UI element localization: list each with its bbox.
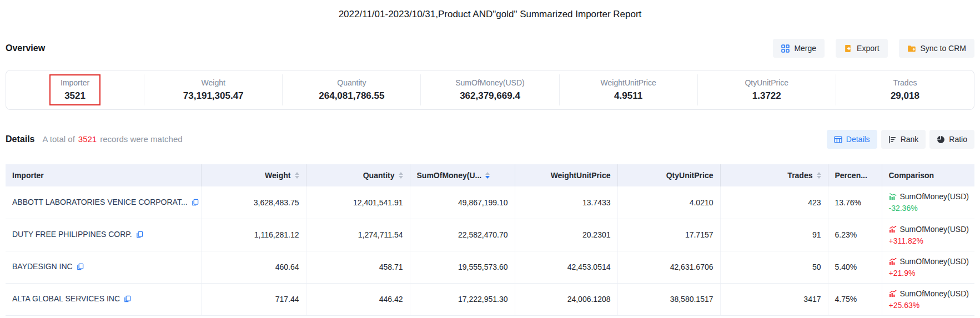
percent-cell: 13.76% [828,186,882,219]
stat-label: Trades [893,78,917,87]
sort-icon[interactable] [399,172,403,179]
stat-value: 29,018 [891,90,919,102]
table-header-row: Importer Weight Quantity SumOfMoney(U...… [6,164,974,186]
quantity-cell: 458.71 [306,251,410,283]
merge-icon [781,44,790,53]
table-row: ALTA GLOBAL SERVICES INC 717.44 446.42 1… [6,283,974,315]
sum-cell: 17,222,951.30 [410,283,515,315]
pie-chart-icon [937,135,945,144]
quantity-cell: 12,401,541.91 [306,186,410,219]
stat-weight: Weight 73,191,305.47 [144,74,283,105]
toolbar: Merge Export Sync to CRM [773,39,974,58]
importer-name-cell[interactable]: DUTY FREE PHILIPPINES CORP. [6,219,201,251]
trades-cell: 423 [720,186,828,219]
comparison-cell: SumOfMoney(USD) -32.36% [882,186,974,219]
quantity-cell: 446.42 [306,283,410,315]
column-header-importer: Importer [6,164,201,186]
weight-unit-price-cell: 13.7433 [515,186,617,219]
percent-cell: 5.40% [828,251,882,283]
percent-cell: 4.75% [828,283,882,315]
column-header-weight-unit-price: WeightUnitPrice [515,164,617,186]
qty-unit-price-cell: 17.7157 [617,219,720,251]
comparison-metric-label: SumOfMoney(USD) [900,289,969,298]
export-button-label: Export [857,44,879,53]
trend-down-chart-icon [889,193,897,200]
stat-label: Importer [61,78,89,87]
view-switch: Details Rank Ratio [827,130,974,149]
table-row: ABBOTT LABORATORIES VENICE CORPORAT... 3… [6,186,974,219]
sync-to-crm-button-label: Sync to CRM [921,44,966,53]
comparison-cell: SumOfMoney(USD) +25.63% [882,283,974,315]
stat-value: 3521 [64,90,86,102]
trend-up-chart-icon [889,258,897,265]
copy-icon[interactable] [124,295,131,304]
importer-name-cell[interactable]: ABBOTT LABORATORIES VENICE CORPORAT... [6,186,201,219]
column-header-trades[interactable]: Trades [720,164,828,186]
sort-icon[interactable] [295,172,299,179]
tab-ratio[interactable]: Ratio [929,130,974,149]
tab-details-label: Details [846,135,870,144]
stat-label: WeightUnitPrice [601,78,656,87]
tab-rank-label: Rank [901,135,919,144]
sort-icon[interactable] [817,172,821,179]
stat-label: Weight [202,78,225,87]
page-title: 2022/11/01-2023/10/31,Product AND"gold" … [0,0,980,21]
column-header-weight[interactable]: Weight [201,164,306,186]
stat-sum-of-money: SumOfMoney(USD) 362,379,669.4 [421,74,559,105]
column-header-percent: Percen... [828,164,882,186]
comparison-change-value: -32.36% [889,204,968,213]
copy-icon[interactable] [192,199,199,208]
merge-button[interactable]: Merge [773,39,825,58]
qty-unit-price-cell: 42,631.6706 [617,251,720,283]
tab-details[interactable]: Details [827,130,877,149]
copy-icon[interactable] [77,263,84,272]
sum-cell: 22,582,470.70 [410,219,515,251]
stat-label: QtyUnitPrice [745,78,788,87]
table-row: DUTY FREE PHILIPPINES CORP. 1,116,281.12… [6,219,974,251]
copy-icon[interactable] [136,231,143,240]
column-header-quantity[interactable]: Quantity [306,164,410,186]
match-text: A total of3521records were matched [42,134,182,144]
table-row: BAYDESIGN INC 460.64 458.71 19,555,573.6… [6,251,974,283]
export-button[interactable]: Export [836,39,887,58]
stat-weight-unit-price: WeightUnitPrice 4.9511 [560,74,698,105]
importer-highlight-box: Importer 3521 [49,74,100,105]
weight-cell: 460.64 [201,251,306,283]
stat-value: 1.3722 [752,90,781,102]
comparison-change-value: +311.82% [889,236,968,245]
importer-name-cell[interactable]: BAYDESIGN INC [6,251,201,283]
stat-value: 264,081,786.55 [319,90,384,102]
merge-button-label: Merge [794,44,816,53]
trades-cell: 3417 [720,283,828,315]
stat-value: 362,379,669.4 [460,90,520,102]
tab-rank[interactable]: Rank [881,130,926,149]
stat-label: Quantity [337,78,366,87]
sort-icon-active-desc[interactable] [485,172,490,179]
overview-heading: Overview [6,43,45,53]
overview-stats-card: Importer 3521 Weight 73,191,305.47 Quant… [6,70,974,110]
comparison-metric-label: SumOfMoney(USD) [900,192,969,201]
stat-label: SumOfMoney(USD) [455,78,524,87]
weight-unit-price-cell: 20.2301 [515,219,617,251]
comparison-metric-label: SumOfMoney(USD) [900,257,969,266]
folder-sync-icon [907,44,916,53]
details-section-bar: Details A total of3521records were match… [6,130,974,149]
sync-to-crm-button[interactable]: Sync to CRM [899,39,974,58]
importer-name-cell[interactable]: ALTA GLOBAL SERVICES INC [6,283,201,315]
trades-cell: 91 [720,219,828,251]
trend-up-chart-icon [889,290,897,297]
weight-unit-price-cell: 42,453.0514 [515,251,617,283]
stat-qty-unit-price: QtyUnitPrice 1.3722 [698,74,836,105]
stat-quantity: Quantity 264,081,786.55 [283,74,421,105]
column-header-sum-of-money[interactable]: SumOfMoney(U... [410,164,515,186]
column-header-qty-unit-price: QtyUnitPrice [617,164,720,186]
comparison-cell: SumOfMoney(USD) +311.82% [882,219,974,251]
rank-icon [888,135,897,144]
comparison-change-value: +21.9% [889,269,968,277]
trades-cell: 50 [720,251,828,283]
stat-importer: Importer 3521 [6,74,144,105]
quantity-cell: 1,274,711.54 [306,219,410,251]
export-icon [844,44,852,53]
comparison-metric-label: SumOfMoney(USD) [900,225,969,234]
stat-trades: Trades 29,018 [836,74,974,105]
